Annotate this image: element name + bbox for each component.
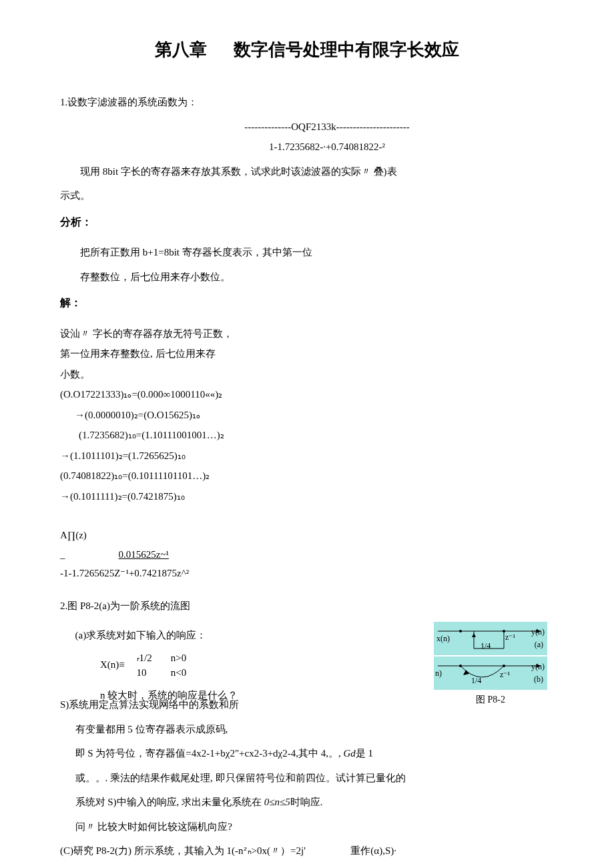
xn-r1c2: n>0 — [171, 650, 186, 666]
solve-heading: 解： — [60, 293, 554, 313]
xn-r2c2: n<0 — [171, 665, 186, 681]
diagram-a: x(n) y(n) 1/4 z⁻¹ (a) — [434, 622, 547, 655]
hz-block: A∏(z) _0.015625z~¹ -1-1.7265625Z⁻¹+0.742… — [60, 526, 554, 583]
solve-l1: 设汕〃 字长的寄存器存放无符号正数， — [60, 324, 554, 344]
analysis-line2: 存整数位，后七位用来存小数位。 — [60, 268, 554, 287]
q2-intro: 2.图 P8-2(a)为一阶系统的流图 — [60, 596, 554, 616]
title-right: 数字信号处理中有限字长效应 — [234, 39, 459, 59]
diag-b-left: n) — [435, 666, 442, 681]
calc-l4: →(1.1011101)₂=(1.7265625)₁₀ — [60, 446, 554, 466]
q2-b-l5a: 系统对 S)中输入的响应, 求出未量化系统在 — [75, 797, 264, 807]
q2-b-l5c: 时响应. — [290, 797, 323, 807]
q1-desc: 现用 8bit 字长的寄存器来存放其系数，试求此时该滤波器的实际〃 叠)表 — [60, 162, 554, 181]
solve-l2: 第一位用来存整数位, 后七位用来存 — [60, 344, 554, 364]
svg-point-2 — [459, 630, 462, 632]
calc-l6: →(0.1011111)₂=(0.7421875)₁₀ — [60, 487, 554, 506]
xn-r1c1: ᵣ1/2 — [137, 650, 152, 666]
analysis-heading: 分析： — [60, 212, 554, 232]
q2-b-l6: 问〃 比较大时如何比较这隔机向应? — [60, 817, 554, 837]
calc-l3: (1.7235682)₁₀=(1.10111001001…)₂ — [60, 426, 554, 445]
q2-c-l1b: 重作(α),S)· — [350, 845, 396, 856]
hz-den: -1-1.7265625Z⁻¹+0.7421875z^² — [60, 564, 554, 583]
q1-desc2: 示式。 — [60, 186, 554, 205]
chapter-title: 第八章数字信号处理中有限字长效应 — [60, 33, 554, 66]
diag-b-z: z⁻¹ — [500, 667, 510, 683]
diagram-b: n) y(n) 1/4 z⁻¹ (b) — [434, 657, 547, 690]
calc-l1: (O.O17221333)₁ₒ=(0.000∞1000110««)₂ — [60, 385, 554, 404]
q1-eq-numerator: --------------OQF2133k------------------… — [100, 117, 554, 137]
diag-a-lab: (a) — [535, 637, 543, 653]
solve-l3: 小数。 — [60, 365, 554, 384]
q2-b-l3c: 是 1 — [356, 748, 373, 759]
diag-b-frac: 1/4 — [471, 673, 481, 689]
q2-b-l5: 系统对 S)中输入的响应, 求出未量化系统在 0≤n≤5时响应. — [60, 793, 554, 812]
hz-dash: _ — [60, 549, 65, 560]
svg-marker-7 — [472, 633, 476, 637]
diag-a-frac: 1/4 — [481, 638, 491, 654]
calc-l2: →(0.0000010)₂=(O.O15625)₁ₒ — [60, 406, 554, 425]
q2-b-l3a: 即 S 为符号位，寄存器值=4x2-1+bχ2"+cx2-3+dχ2-4,其中 … — [75, 748, 344, 759]
q2-c-l1: (C)研究 P8-2(力) 所示系统，其输入为 1(-nᶻₙ>0x(〃）=2j'… — [60, 841, 554, 861]
q2-b-l3b: Gd — [344, 748, 356, 759]
solve-block: 设汕〃 字长的寄存器存放无符号正数， 第一位用来存整数位, 后七位用来存 小数。… — [60, 324, 554, 506]
q2-b-l5b: 0≤n≤5 — [264, 797, 290, 807]
xn-r2c1: 10 — [137, 665, 152, 681]
figure-caption: 图 P8-2 — [427, 691, 554, 709]
q2-c-l1a: (C)研究 P8-2(力) 所示系统，其输入为 1(-nᶻₙ>0x(〃）=2j' — [60, 845, 306, 856]
analysis-line1: 把所有正数用 b+1=8bit 寄存器长度表示，其中第一位 — [60, 243, 554, 262]
title-left: 第八章 — [155, 39, 207, 59]
q2-b-l3: 即 S 为符号位，寄存器值=4x2-1+bχ2"+cx2-3+dχ2-4,其中 … — [60, 744, 554, 763]
q1-eq-denominator: 1-1.7235682-·+0.74081822-² — [100, 137, 554, 157]
diag-a-xn: x(n) — [436, 631, 450, 646]
xn-definition: X(n)≡ ᵣ1/2 10 n>0 n<0 — [60, 650, 414, 681]
diag-a-z: z⁻¹ — [505, 630, 515, 645]
diag-b-lab: (b) — [534, 672, 543, 687]
q2-b-l4: 或。。. 乘法的结果作截尾处理, 即只保留符号位和前四位。试计算已量化的 — [60, 769, 554, 788]
hz-num: 0.015625z~¹ — [65, 549, 170, 560]
hz-head: A∏(z) — [60, 526, 554, 545]
q1-intro: 1.设数字滤波器的系统函数为： — [60, 93, 554, 112]
q2-b-l2: 有变量都用 5 位寄存器表示成原码, — [60, 720, 554, 739]
calc-l5: (0.74081822)₁₀=(0.10111101101…)₂ — [60, 466, 554, 486]
xn-label: X(n)≡ — [100, 659, 125, 670]
q2-a-head: (a)求系统对如下输入的响应： — [60, 626, 414, 645]
